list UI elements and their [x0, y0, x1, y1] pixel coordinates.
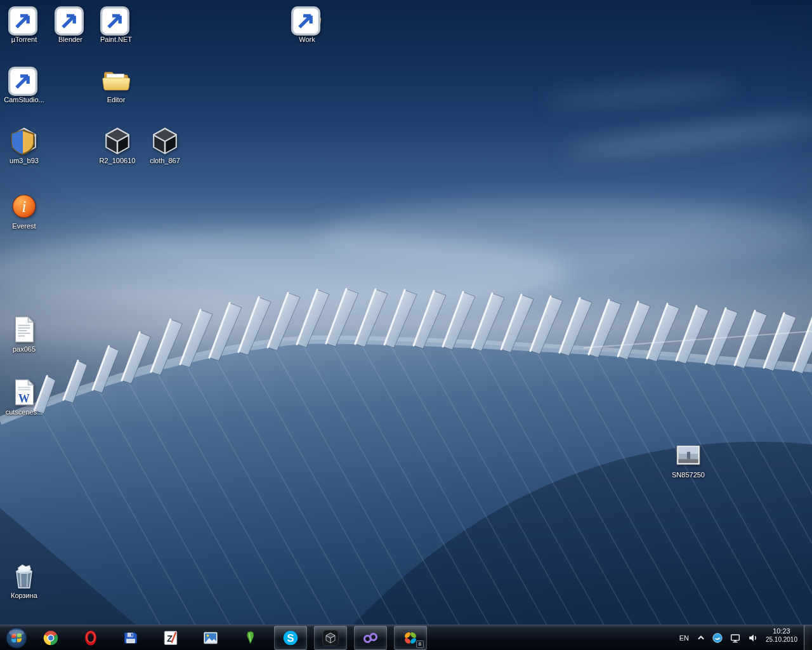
uac-shield-icon — [8, 128, 37, 157]
desktop-icon-pax065[interactable]: pax065 — [1, 314, 48, 355]
opera-icon — [81, 628, 100, 647]
taskbar-app-image-viewer[interactable] — [194, 626, 227, 650]
clock-date: 25.10.2010 — [766, 635, 797, 644]
taskbar-app-skype[interactable]: S — [274, 626, 307, 650]
language-indicator[interactable]: EN — [675, 625, 693, 650]
desktop-icon-label: CamStudio... — [4, 96, 44, 104]
desktop-icon-paintnet[interactable]: Paint.NET — [93, 4, 140, 45]
desktop-icon-sn857250[interactable]: SN857250 — [665, 439, 712, 481]
taskbar-app-z-editor[interactable]: Z — [154, 626, 187, 650]
camstudio-icon — [10, 65, 39, 95]
taskbar-app-opera[interactable] — [74, 626, 107, 650]
chrome-icon — [41, 628, 60, 647]
photo-icon — [674, 441, 703, 470]
clock-time: 10:23 — [766, 627, 797, 635]
desktop-icon-label: Blender — [58, 36, 82, 44]
desktop-icon-label: Корзина — [11, 592, 37, 600]
desktop-icon-label: R2_100610 — [100, 157, 136, 165]
svg-text:W: W — [18, 392, 30, 405]
taskbar-app-green[interactable] — [234, 626, 267, 650]
shortcut-arrow-icon — [100, 6, 129, 36]
desktop-icon-work-folder[interactable]: Work — [284, 4, 331, 45]
image-viewer-icon — [201, 628, 220, 647]
volume-icon — [747, 632, 759, 644]
z-editor-icon: Z — [161, 628, 180, 647]
taskbar-app-unity[interactable] — [314, 626, 347, 650]
desktop-icon-cutscenes[interactable]: W cutscenes... — [1, 376, 48, 418]
taskbar: Z S — [0, 625, 812, 650]
network-icon — [730, 632, 741, 644]
hidden-icons-chevron[interactable] — [693, 625, 709, 650]
clock[interactable]: 10:23 25.10.2010 — [762, 625, 804, 650]
folder-icon — [102, 65, 131, 95]
tray-app-button[interactable] — [709, 625, 726, 650]
paintnet-icon — [102, 5, 131, 34]
blender-icon — [56, 5, 85, 34]
desktop-icon-label: µTorrent — [11, 36, 37, 44]
windows-logo-icon — [5, 627, 28, 649]
desktop-icon-label: Everest — [12, 222, 36, 230]
show-desktop-button[interactable] — [804, 625, 812, 650]
desktop-icon-label: pax065 — [13, 345, 36, 354]
taskbar-app-save-editor[interactable] — [114, 626, 147, 650]
desktop-icon-camstudio[interactable]: CamStudio... — [1, 64, 48, 105]
recycle-bin-icon — [10, 561, 39, 590]
tray-app-icon — [712, 632, 723, 644]
unity-build-icon — [103, 126, 132, 156]
notification-badge: 8 — [416, 640, 424, 648]
desktop-icon-utorrent[interactable]: µ µTorrent — [1, 4, 48, 45]
desktop-icon-label: SN857250 — [672, 471, 705, 479]
unity-build-icon — [10, 126, 39, 156]
desktop-icon-label: Paint.NET — [100, 36, 132, 44]
desktop-icon-label: Work — [299, 36, 315, 44]
green-app-icon — [241, 628, 260, 647]
desktop-icon-um3-b93[interactable]: um3_b93 — [1, 125, 48, 166]
floppy-save-icon — [121, 628, 140, 647]
desktop[interactable]: µ µTorrent Blender Paint.NET — [0, 0, 812, 625]
desktop-icon-label: um3_b93 — [10, 157, 39, 165]
folder-icon — [292, 5, 322, 34]
desktop-icon-blender[interactable]: Blender — [47, 4, 94, 45]
word-document-icon: W — [10, 378, 39, 407]
shortcut-arrow-icon — [291, 6, 320, 36]
desktop-icon-label: Editor — [107, 96, 126, 104]
skype-icon: S — [281, 628, 300, 647]
shortcut-arrow-icon — [8, 6, 37, 36]
unity-icon — [321, 628, 340, 647]
desktop-icon-r2-100610[interactable]: R2_100610 — [94, 125, 141, 166]
desktop-icon-recycle-bin[interactable]: Корзина — [1, 560, 48, 601]
desktop-icon-cloth-867[interactable]: cloth_867 — [141, 125, 188, 166]
desktop-icon-everest[interactable]: i Everest — [1, 190, 48, 232]
everest-icon: i — [10, 192, 39, 221]
chevron-up-icon — [697, 633, 705, 642]
desktop-icon-editor-folder[interactable]: Editor — [93, 64, 140, 105]
svg-text:i: i — [22, 198, 27, 215]
shortcut-arrow-icon — [55, 6, 84, 36]
document-icon — [10, 315, 39, 344]
desktop-icon-label: cloth_867 — [150, 157, 180, 165]
visual-studio-icon — [361, 628, 380, 647]
volume-button[interactable] — [744, 625, 762, 650]
shortcut-arrow-icon — [8, 67, 37, 96]
desktop-icon-label: cutscenes... — [6, 408, 43, 416]
taskbar-app-visual-studio[interactable] — [354, 626, 387, 650]
system-tray: EN 10:23 25.10.2010 — [675, 625, 812, 650]
unity-build-icon — [150, 126, 180, 156]
svg-text:S: S — [287, 632, 294, 644]
utorrent-icon: µ — [10, 5, 39, 34]
taskbar-app-messenger[interactable]: 8 — [394, 626, 427, 650]
network-button[interactable] — [726, 625, 744, 650]
start-button[interactable] — [4, 625, 29, 650]
taskbar-app-chrome[interactable] — [34, 626, 67, 650]
